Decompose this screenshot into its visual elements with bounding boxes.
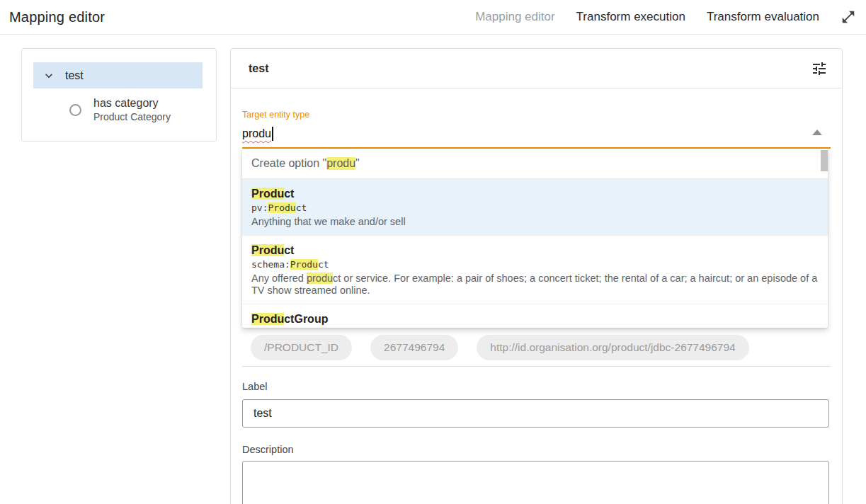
tree-node-has-category[interactable]: has category Product Category [22, 88, 216, 124]
source-column-chip[interactable]: /PRODUCT_ID [251, 335, 352, 360]
option-pv-product[interactable]: Product pv:Product Anything that we make… [242, 179, 828, 236]
option-description: Anything that we make and/or sell [251, 216, 818, 229]
autocomplete-dropdown: Create option "produ" Product pv:Product… [242, 149, 828, 328]
tree-node-test[interactable]: test [33, 62, 203, 88]
create-option-item[interactable]: Create option "produ" [242, 149, 828, 179]
option-name: Product [251, 243, 819, 258]
mapping-tree-panel: test has category Product Category [21, 48, 217, 142]
option-curie: pv:Product [251, 202, 819, 214]
property-range: Product Category [93, 110, 171, 124]
label-input[interactable] [242, 399, 829, 428]
option-name: Product [251, 186, 819, 201]
open-in-full-icon [841, 9, 856, 25]
radio-unchecked-icon[interactable] [69, 104, 81, 116]
source-mapping-field: /PRODUCT_ID 2677496794 http://id.organis… [242, 335, 831, 367]
target-entity-type-input[interactable]: produ [242, 120, 831, 147]
settings-button[interactable] [811, 60, 828, 77]
text-cursor [272, 127, 273, 141]
generated-iri-chip[interactable]: http://id.organisation.org/product/jdbc-… [477, 335, 748, 360]
description-textarea[interactable] [242, 461, 829, 504]
tree-node-label: test [65, 69, 84, 82]
source-value-chip[interactable]: 2677496794 [370, 335, 458, 360]
option-schema-productgroup[interactable]: ProductGroup schema:ProductGroup [242, 304, 828, 328]
label-field-label: Label [242, 382, 831, 392]
editor-title: test [249, 62, 268, 75]
app-bar: Mapping editor Mapping editor Transform … [0, 0, 866, 35]
tune-icon [811, 60, 828, 77]
target-entity-type-label: Target entity type [242, 110, 831, 120]
create-option-prefix: Create option " [251, 157, 326, 170]
option-name: ProductGroup [251, 311, 819, 326]
option-schema-product[interactable]: Product schema:Product Any offered produ… [242, 236, 828, 304]
editor-header: test [231, 49, 842, 88]
page-title: Mapping editor [9, 9, 105, 25]
create-option-suffix: " [355, 157, 360, 170]
tab-transform-evaluation[interactable]: Transform evaluation [707, 10, 819, 24]
description-field-label: Description [242, 445, 831, 455]
tab-transform-execution[interactable]: Transform execution [576, 10, 685, 24]
editor-body: Target entity type produ Create option "… [231, 110, 842, 504]
expand-fullscreen-button[interactable] [841, 9, 856, 25]
option-curie: schema:ProductGroup [251, 327, 819, 328]
main-content: test has category Product Category test [0, 35, 866, 504]
input-value: produ [242, 127, 271, 140]
create-option-highlight: produ [326, 157, 355, 170]
option-curie: schema:Product [251, 258, 819, 271]
caret-up-icon[interactable] [812, 130, 822, 135]
chevron-down-icon[interactable] [42, 69, 56, 83]
dropdown-scrollbar[interactable] [821, 150, 828, 171]
option-description: Any offered product or service. For exam… [251, 273, 818, 297]
mapping-editor-panel: test Target entity type produ Create opt… [230, 48, 843, 504]
tree-child-text: has category Product Category [93, 96, 171, 124]
property-name: has category [93, 96, 171, 110]
top-nav: Mapping editor Transform execution Trans… [475, 9, 856, 25]
tab-mapping-editor[interactable]: Mapping editor [475, 10, 554, 24]
